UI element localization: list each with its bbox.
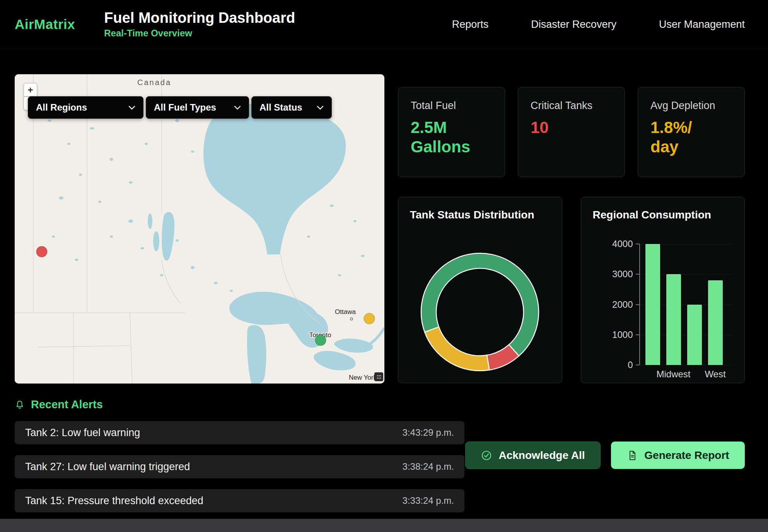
alert-text: Tank 2: Low fuel warning bbox=[25, 427, 140, 439]
bell-icon bbox=[15, 400, 25, 410]
alerts-section: Recent Alerts Tank 2: Low fuel warning 3… bbox=[0, 384, 768, 512]
chevron-down-icon bbox=[317, 106, 324, 110]
x-tick-label: West bbox=[708, 369, 723, 380]
y-tick-label: 1000 bbox=[612, 329, 633, 340]
donut-chart-title: Tank Status Distribution bbox=[410, 209, 550, 221]
bar bbox=[666, 274, 681, 365]
bar-plot bbox=[639, 244, 733, 365]
alert-time: 3:33:24 p.m. bbox=[403, 495, 454, 506]
filter-regions-label: All Regions bbox=[36, 102, 87, 113]
y-tick-label: 4000 bbox=[612, 239, 633, 249]
alerts-heading: Recent Alerts bbox=[15, 398, 464, 411]
stat-value: 10 bbox=[531, 118, 602, 137]
stat-value: 2.5M Gallons bbox=[411, 118, 482, 157]
acknowledge-all-label: Acknowledge All bbox=[498, 449, 585, 462]
page-subtitle: Real-Time Overview bbox=[104, 28, 295, 39]
x-tick-label: Midwest bbox=[666, 369, 681, 380]
alert-text: Tank 27: Low fuel warning triggered bbox=[25, 461, 190, 473]
city-dot bbox=[350, 318, 353, 320]
map-label-country: Canada bbox=[137, 78, 171, 87]
app-logo[interactable]: AirMatrix bbox=[15, 17, 75, 32]
bottom-strip bbox=[0, 519, 768, 532]
alert-time: 3:43:29 p.m. bbox=[403, 427, 454, 438]
stat-card-avg-depletion: Avg Depletion 1.8%/ day bbox=[638, 87, 745, 177]
stat-label: Avg Depletion bbox=[650, 100, 732, 112]
report-document-icon bbox=[626, 450, 638, 461]
map-canvas[interactable]: Canada Ottawa Toronto New York bbox=[15, 74, 384, 384]
bar bbox=[708, 280, 723, 365]
generate-report-label: Generate Report bbox=[644, 449, 729, 462]
alerts-list: Recent Alerts Tank 2: Low fuel warning 3… bbox=[15, 398, 464, 512]
map-zoom-in-button[interactable]: + bbox=[24, 83, 37, 97]
alert-row[interactable]: Tank 27: Low fuel warning triggered 3:38… bbox=[15, 455, 464, 478]
check-circle-icon bbox=[481, 450, 492, 461]
stat-card-critical-tanks: Critical Tanks 10 bbox=[518, 87, 625, 177]
stat-card-total-fuel: Total Fuel 2.5M Gallons bbox=[398, 87, 505, 177]
filter-fuel-types-label: All Fuel Types bbox=[154, 102, 216, 113]
chevron-down-icon bbox=[234, 106, 241, 110]
map-label-new-york: New York bbox=[349, 374, 377, 381]
drag-handle-icon[interactable] bbox=[374, 372, 383, 381]
tank-marker-normal[interactable] bbox=[315, 335, 326, 346]
bar bbox=[687, 305, 702, 365]
main-content: Canada Ottawa Toronto New York + − All R… bbox=[0, 49, 768, 384]
map-panel[interactable]: Canada Ottawa Toronto New York + − All R… bbox=[15, 74, 384, 384]
alerts-heading-text: Recent Alerts bbox=[31, 398, 103, 411]
page-title: Fuel Monitoring Dashboard bbox=[104, 10, 295, 26]
bar bbox=[645, 244, 660, 365]
nav-item-disaster-recovery[interactable]: Disaster Recovery bbox=[531, 19, 616, 31]
donut-chart bbox=[416, 248, 544, 376]
stat-value: 1.8%/ day bbox=[650, 118, 722, 157]
right-column: Total Fuel 2.5M Gallons Critical Tanks 1… bbox=[398, 87, 745, 384]
acknowledge-all-button[interactable]: Acknowledge All bbox=[465, 442, 601, 469]
main-nav: Reports Disaster Recovery User Managemen… bbox=[452, 19, 745, 31]
filter-fuel-types-dropdown[interactable]: All Fuel Types bbox=[146, 96, 249, 119]
bar-chart-title: Regional Consumption bbox=[593, 209, 733, 221]
y-tick-label: 0 bbox=[628, 360, 633, 370]
alert-text: Tank 15: Pressure threshold exceeded bbox=[25, 495, 203, 507]
y-tick-label: 2000 bbox=[612, 299, 633, 310]
y-tick-label: 3000 bbox=[612, 269, 633, 280]
tank-marker-warning[interactable] bbox=[364, 313, 375, 324]
stat-label: Critical Tanks bbox=[531, 100, 612, 112]
bar-x-axis: MidwestWest bbox=[639, 369, 733, 380]
header: AirMatrix Fuel Monitoring Dashboard Real… bbox=[0, 0, 768, 49]
map-filters: All Regions All Fuel Types All Status bbox=[28, 96, 332, 119]
tank-marker-critical[interactable] bbox=[36, 246, 47, 257]
bar-chart-card: Regional Consumption 40003000200010000 M… bbox=[581, 197, 745, 383]
bar-y-axis: 40003000200010000 bbox=[593, 244, 639, 365]
bar-chart: 40003000200010000 bbox=[593, 244, 733, 365]
alerts-actions: Acknowledge All Generate Report bbox=[464, 398, 745, 512]
nav-item-user-management[interactable]: User Management bbox=[659, 19, 745, 31]
filter-status-label: All Status bbox=[259, 102, 302, 113]
nav-item-reports[interactable]: Reports bbox=[452, 19, 489, 31]
charts-row: Tank Status Distribution Regional Consum… bbox=[398, 197, 745, 383]
x-tick-label bbox=[687, 369, 702, 380]
alert-time: 3:38:24 p.m. bbox=[403, 461, 454, 472]
chevron-down-icon bbox=[128, 106, 135, 110]
map-label-ottawa: Ottawa bbox=[335, 308, 356, 315]
title-block: Fuel Monitoring Dashboard Real-Time Over… bbox=[104, 10, 295, 39]
alert-row[interactable]: Tank 15: Pressure threshold exceeded 3:3… bbox=[15, 489, 464, 512]
donut-chart-card: Tank Status Distribution bbox=[398, 197, 562, 383]
generate-report-button[interactable]: Generate Report bbox=[611, 442, 745, 469]
stat-label: Total Fuel bbox=[411, 100, 492, 112]
filter-status-dropdown[interactable]: All Status bbox=[251, 96, 332, 119]
donut-segment-amber bbox=[425, 327, 489, 371]
filter-regions-dropdown[interactable]: All Regions bbox=[28, 96, 143, 119]
alert-row[interactable]: Tank 2: Low fuel warning 3:43:29 p.m. bbox=[15, 421, 464, 444]
stats-row: Total Fuel 2.5M Gallons Critical Tanks 1… bbox=[398, 87, 745, 177]
